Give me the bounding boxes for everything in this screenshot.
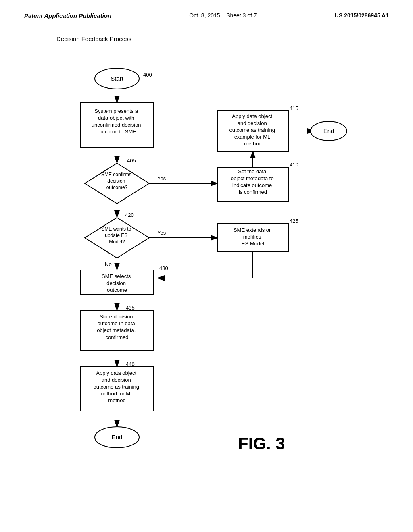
page: Patent Application Publication Oct. 8, 2… <box>0 0 413 532</box>
label-405: 405 <box>127 158 136 164</box>
flowchart: Start 400 System presents a data object … <box>24 50 371 494</box>
yes1-label: Yes <box>157 175 166 181</box>
header-right: US 2015/0286945 A1 <box>335 12 389 19</box>
no-label: No <box>105 261 112 267</box>
header-center: Oct. 8, 2015 Sheet 3 of 7 <box>189 12 257 19</box>
diagram-title: Decision Feedback Process <box>56 35 389 42</box>
sheet-label: Sheet 3 of 7 <box>226 12 257 19</box>
label-400: 400 <box>143 72 152 78</box>
patent-number: US 2015/0286945 A1 <box>335 12 389 19</box>
publication-label: Patent Application Publication <box>24 12 111 19</box>
start-label: Start <box>111 75 124 82</box>
end1-label: End <box>323 127 334 134</box>
diagram-area: Decision Feedback Process Start 400 <box>0 23 413 506</box>
label-420: 420 <box>125 212 134 218</box>
flowchart-svg: Start 400 System presents a data object … <box>24 50 371 494</box>
header: Patent Application Publication Oct. 8, 2… <box>0 0 413 23</box>
header-left: Patent Application Publication <box>24 12 111 19</box>
label-440: 440 <box>126 361 135 367</box>
label-425: 425 <box>290 218 298 224</box>
date-label: Oct. 8, 2015 <box>189 12 220 19</box>
label-410: 410 <box>290 162 298 168</box>
label-430: 430 <box>159 265 168 271</box>
end2-label: End <box>112 434 123 441</box>
label-435: 435 <box>126 305 135 311</box>
yes2-label: Yes <box>157 230 166 236</box>
fig-label: FIG. 3 <box>238 434 285 453</box>
label-415: 415 <box>290 105 298 111</box>
